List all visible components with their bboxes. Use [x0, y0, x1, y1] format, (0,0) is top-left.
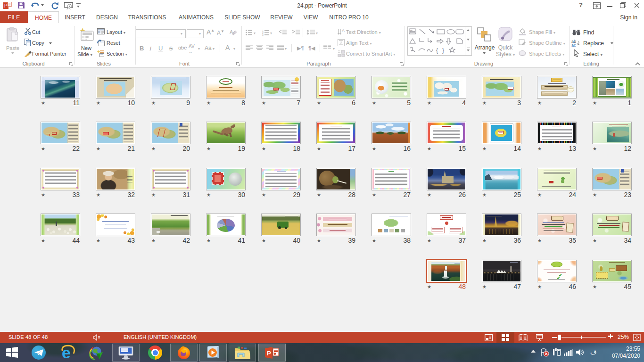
svg-text:}: } — [442, 47, 444, 54]
svg-text:A: A — [410, 29, 412, 32]
svg-text:ac: ac — [571, 43, 576, 47]
svg-text:{: { — [436, 47, 438, 54]
svg-text:P: P — [267, 350, 271, 357]
svg-text:3: 3 — [262, 33, 264, 36]
svg-text:A: A — [342, 28, 345, 33]
